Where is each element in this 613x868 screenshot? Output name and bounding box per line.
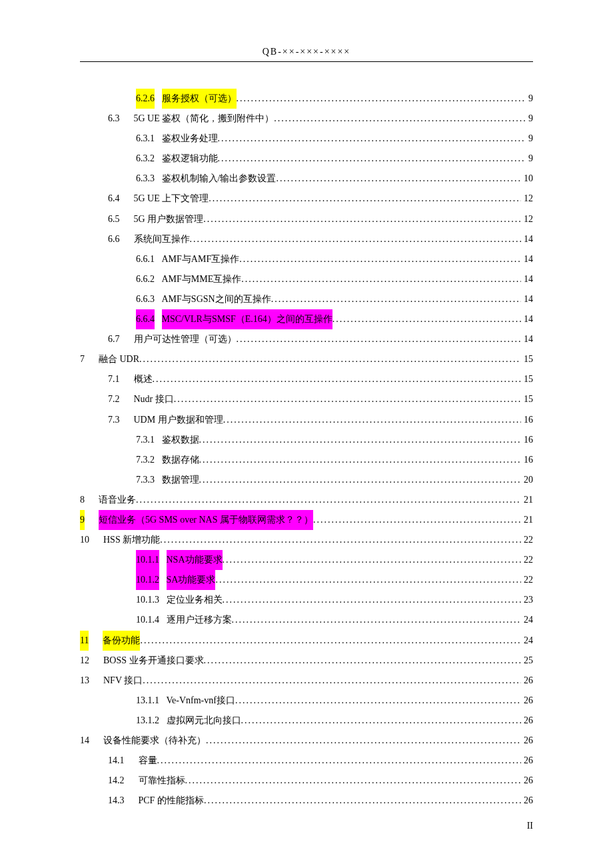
toc-entry: 6.6.4 MSC/VLR与SMSF（E.164）之间的互操作 14 bbox=[80, 309, 533, 329]
toc-leader bbox=[204, 791, 521, 811]
toc-leader bbox=[204, 651, 521, 671]
toc-entry-page: 12 bbox=[521, 189, 533, 209]
toc-entry-page: 9 bbox=[526, 109, 533, 129]
toc-entry: 7.3 UDM 用户数据和管理 16 bbox=[80, 410, 533, 430]
toc-entry-number: 7 bbox=[80, 349, 85, 369]
toc-entry-title: NFV 接口 bbox=[103, 671, 143, 691]
toc-entry-title: NSA功能要求 bbox=[167, 550, 223, 570]
toc-leader bbox=[203, 209, 521, 229]
toc-leader bbox=[218, 129, 526, 149]
toc-entry-title: HSS 新增功能 bbox=[103, 530, 160, 550]
toc-entry-number: 7.3 bbox=[108, 410, 120, 430]
toc-entry-title: 鉴权业务处理 bbox=[162, 129, 218, 149]
toc-leader bbox=[235, 691, 521, 711]
toc-entry-title: 用户可达性管理（可选） bbox=[134, 329, 237, 349]
toc-entry-title: 鉴权机制输入/输出参数设置 bbox=[162, 169, 277, 189]
toc-entry-title: 备份功能 bbox=[103, 631, 140, 651]
toc-entry-title: 容量 bbox=[139, 751, 157, 771]
toc-entry: 6.6 系统间互操作 14 bbox=[80, 229, 533, 249]
toc-entry-page: 10 bbox=[521, 169, 533, 189]
toc-entry-number: 6.7 bbox=[108, 329, 120, 349]
toc-entry-number: 6.5 bbox=[108, 209, 120, 229]
toc-entry-number: 6.4 bbox=[108, 189, 120, 209]
toc-entry-title: AMF与AMF互操作 bbox=[162, 249, 240, 269]
toc-entry-title: 5G UE 鉴权（简化，搬到附件中） bbox=[134, 109, 275, 129]
toc-entry-page: 14 bbox=[521, 289, 533, 309]
toc-entry-number: 6.3.1 bbox=[136, 129, 155, 149]
toc-entry-number: 6.6.1 bbox=[136, 249, 155, 269]
toc-entry-page: 16 bbox=[521, 430, 533, 450]
toc-leader bbox=[185, 771, 522, 791]
toc-entry-number: 13.1.1 bbox=[136, 691, 159, 711]
toc-entry-number: 12 bbox=[80, 651, 89, 671]
toc-entry-title: 融合 UDR bbox=[99, 349, 139, 369]
toc-entry: 6.3.3 鉴权机制输入/输出参数设置 10 bbox=[80, 169, 533, 189]
toc-entry-title: 数据存储 bbox=[162, 450, 199, 470]
toc-entry-number: 6.6 bbox=[108, 229, 120, 249]
toc-entry-title: AMF与MME互操作 bbox=[162, 269, 242, 289]
toc-entry: 10 HSS 新增功能 22 bbox=[80, 530, 533, 550]
toc-entry-page: 26 bbox=[521, 711, 533, 731]
toc-leader bbox=[313, 510, 521, 530]
toc-entry: 6.7 用户可达性管理（可选） 14 bbox=[80, 329, 533, 349]
toc-leader bbox=[332, 309, 521, 329]
toc-entry: 6.6.2 AMF与MME互操作 14 bbox=[80, 269, 533, 289]
toc-entry-number: 7.3.1 bbox=[136, 430, 155, 450]
toc-entry-number: 14.3 bbox=[108, 791, 125, 811]
toc-entry-page: 22 bbox=[521, 550, 533, 570]
toc-entry-title: 逐用户迁移方案 bbox=[167, 610, 232, 630]
toc-entry-title: 鉴权数据 bbox=[162, 430, 199, 450]
toc-entry-title: 设备性能要求（待补充） bbox=[103, 731, 206, 751]
toc-entry: 10.1.4 逐用户迁移方案 24 bbox=[80, 610, 533, 630]
toc-entry-number: 10.1.4 bbox=[136, 610, 159, 630]
toc-entry: 10.1.1 NSA功能要求 22 bbox=[80, 550, 533, 570]
toc-entry-number: 6.2.6 bbox=[136, 89, 155, 109]
toc-entry-page: 26 bbox=[521, 731, 533, 751]
toc-entry-page: 21 bbox=[521, 510, 533, 530]
toc-entry-page: 14 bbox=[521, 309, 533, 329]
toc-entry-title: 系统间互操作 bbox=[134, 229, 190, 249]
toc-leader bbox=[206, 731, 521, 751]
toc-entry-number: 13.1.2 bbox=[136, 711, 159, 731]
toc-entry-page: 16 bbox=[521, 450, 533, 470]
toc-entry: 6.3 5G UE 鉴权（简化，搬到附件中） 9 bbox=[80, 109, 533, 129]
toc-entry-page: 20 bbox=[521, 470, 533, 490]
toc-leader bbox=[136, 490, 521, 510]
toc-entry: 7.3.2 数据存储 16 bbox=[80, 450, 533, 470]
toc-entry: 14 设备性能要求（待补充） 26 bbox=[80, 731, 533, 751]
toc-entry-number: 9 bbox=[80, 510, 85, 530]
toc-entry: 6.4 5G UE 上下文管理 12 bbox=[80, 189, 533, 209]
toc-entry-title: 概述 bbox=[134, 369, 153, 389]
toc-leader bbox=[274, 109, 526, 129]
toc-entry-number: 7.3.2 bbox=[136, 450, 155, 470]
toc-entry-number: 8 bbox=[80, 490, 85, 510]
toc-entry: 10.1.2 SA功能要求 22 bbox=[80, 570, 533, 590]
toc-entry-title: Ve-Vnfm-vnf接口 bbox=[167, 691, 235, 711]
toc-entry-number: 13 bbox=[80, 671, 89, 691]
toc-entry-page: 15 bbox=[521, 389, 533, 409]
toc-entry-title: 短信业务（5G SMS over NAS 属于物联网需求？？） bbox=[99, 510, 313, 530]
toc-leader bbox=[199, 450, 522, 470]
toc-leader bbox=[157, 751, 522, 771]
toc-entry-page: 26 bbox=[521, 771, 533, 791]
toc-entry: 13 NFV 接口 26 bbox=[80, 671, 533, 691]
toc-entry-title: 服务授权（可选） bbox=[162, 89, 237, 109]
toc-entry-title: 虚拟网元北向接口 bbox=[167, 711, 241, 731]
toc-entry-number: 7.1 bbox=[108, 369, 120, 389]
toc-entry-title: UDM 用户数据和管理 bbox=[134, 410, 223, 430]
toc-entry-number: 11 bbox=[80, 631, 89, 651]
toc-entry: 10.1.3 定位业务相关 23 bbox=[80, 590, 533, 610]
toc-leader bbox=[239, 249, 521, 269]
toc-leader bbox=[223, 550, 521, 570]
toc-entry-page: 22 bbox=[521, 530, 533, 550]
toc-leader bbox=[241, 711, 522, 731]
toc-leader bbox=[241, 269, 521, 289]
page-header: QB-××-×××-×××× bbox=[80, 47, 533, 62]
toc-entry-number: 14.1 bbox=[108, 751, 125, 771]
toc-entry-number: 10.1.1 bbox=[136, 550, 159, 570]
toc-entry-number: 6.6.3 bbox=[136, 289, 155, 309]
toc-leader bbox=[143, 671, 521, 691]
toc-entry: 6.6.1 AMF与AMF互操作 14 bbox=[80, 249, 533, 269]
toc-entry-page: 12 bbox=[521, 209, 533, 229]
toc-entry-number: 7.2 bbox=[108, 389, 120, 409]
